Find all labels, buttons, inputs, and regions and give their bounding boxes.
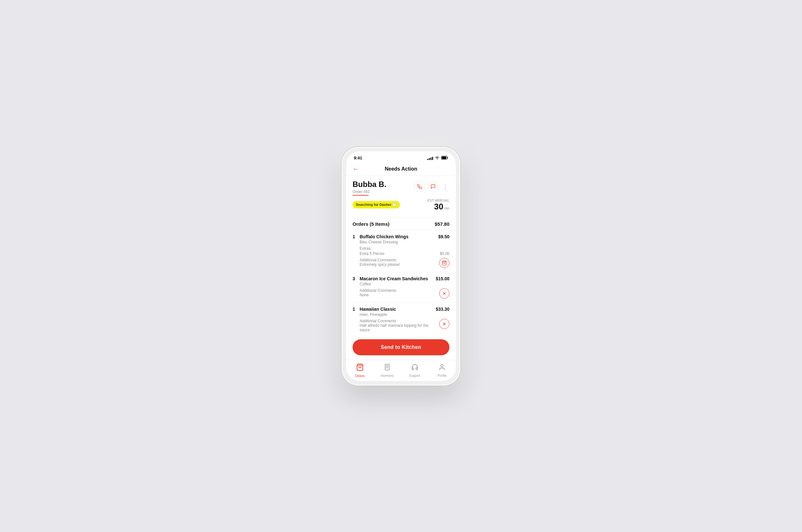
comments-label-3: Additional Comments: [360, 319, 436, 323]
alert-btn-2[interactable]: [439, 288, 449, 299]
item-main-row-3: 1 Hawaiian Classic $33.30: [353, 307, 449, 312]
alert-btn-1[interactable]: [439, 258, 449, 268]
nav-inventory[interactable]: Inventory: [374, 364, 401, 377]
order-info: Bubba B. Order #41: [346, 175, 456, 217]
est-arrival: EST ARRIVAL 30 min: [427, 199, 449, 211]
profile-icon: [439, 364, 446, 373]
item-sub-3: Ham, Pineapple: [360, 312, 449, 317]
svg-point-12: [441, 364, 443, 366]
wifi-icon: [435, 155, 440, 161]
page-title: Needs Action: [385, 166, 417, 172]
name-underline: [353, 195, 369, 196]
signal-icon: [427, 156, 433, 160]
customer-name: Bubba B.: [353, 180, 386, 189]
order-item-3: 1 Hawaiian Classic $33.30 Ham, Pineapple…: [353, 302, 449, 336]
extra-price-1: $5.00: [440, 251, 449, 256]
comments-value-3: Half alfredo half marinara topping for t…: [360, 323, 436, 332]
orders-icon: [356, 363, 364, 373]
status-bar: 9:41: [346, 151, 456, 163]
orders-section: Orders (5 Items) $57.80 1 Buffalo Chicke…: [346, 217, 456, 336]
comments-text-2: Additional Comments None: [360, 288, 436, 297]
item-name-1: Buffalo Chicken Wings: [360, 234, 408, 239]
phone-screen: 9:41: [346, 151, 456, 381]
item-qty-1: 1: [353, 234, 357, 239]
extra-name-1: Extra 5 Pieces: [360, 251, 384, 256]
item-main-row-2: 3 Macaron Ice Cream Sandwiches $15.00: [353, 276, 449, 281]
svg-rect-1: [442, 156, 446, 159]
comments-label-2: Additional Comments: [360, 288, 436, 293]
searching-label: Searching for Dasher 🕐: [356, 203, 397, 207]
more-options-button[interactable]: ⋮: [441, 183, 449, 190]
item-left-3: 1 Hawaiian Classic: [353, 307, 436, 312]
est-arrival-unit: min: [444, 207, 449, 210]
orders-label: Orders: [355, 374, 365, 378]
comments-text-1: Additional Comments Extremely spicy plea…: [360, 258, 436, 267]
call-button[interactable]: [414, 181, 425, 192]
alert-btn-3[interactable]: [439, 319, 449, 329]
support-icon: [411, 364, 418, 373]
inventory-icon: [384, 364, 391, 373]
inventory-label: Inventory: [381, 374, 394, 377]
item-name-3: Hawaiian Classic: [360, 307, 396, 312]
status-icons: [427, 155, 448, 161]
phone-frame: 9:41: [342, 147, 460, 385]
battery-icon: [441, 155, 448, 161]
item-price-2: $15.00: [436, 276, 449, 281]
order-item-2: 3 Macaron Ice Cream Sandwiches $15.00 Co…: [353, 272, 449, 302]
extras-section-1: Extras: Extra 5 Pieces $5.00: [360, 246, 449, 256]
item-main-row-1: 1 Buffalo Chicken Wings $9.50: [353, 234, 449, 239]
comments-row-1: Additional Comments Extremely spicy plea…: [360, 258, 449, 268]
nav-orders[interactable]: Orders: [346, 363, 374, 378]
item-sub-2: Coffee: [360, 282, 449, 286]
nav-profile[interactable]: Profile: [429, 364, 456, 377]
customer-row: Bubba B. Order #41: [353, 180, 449, 199]
extra-row-1: Extra 5 Pieces $5.00: [360, 251, 449, 256]
send-to-kitchen-button[interactable]: Send to Kitchen: [353, 339, 449, 355]
profile-label: Profile: [437, 374, 447, 377]
status-arrival-row: Searching for Dasher 🕐 EST ARRIVAL 30 mi…: [353, 199, 449, 211]
comments-row-3: Additional Comments Half alfredo half ma…: [360, 319, 449, 332]
orders-header: Orders (5 Items) $57.80: [353, 217, 449, 230]
orders-title: Orders (5 Items): [353, 221, 389, 227]
item-left-1: 1 Buffalo Chicken Wings: [353, 234, 438, 239]
est-arrival-value: 30: [434, 202, 443, 211]
item-sub-1: Bleu Cheese Dressing: [360, 240, 449, 244]
support-label: Support: [409, 374, 420, 377]
comments-row-2: Additional Comments None: [360, 288, 449, 299]
status-time: 9:41: [354, 155, 362, 160]
comments-value-1: Extremely spicy please!: [360, 262, 436, 267]
item-name-2: Macaron Ice Cream Sandwiches: [360, 276, 428, 281]
app-content: ← Needs Action Bubba B. Order #41: [346, 163, 456, 381]
home-indicator: [346, 380, 456, 381]
extras-label-1: Extras:: [360, 246, 449, 251]
order-item-1: 1 Buffalo Chicken Wings $9.50 Bleu Chees…: [353, 230, 449, 272]
orders-total: $57.80: [435, 221, 449, 227]
searching-badge: Searching for Dasher 🕐: [353, 201, 400, 208]
action-icons: ⋮: [414, 181, 449, 192]
nav-support[interactable]: Support: [401, 364, 429, 377]
message-button[interactable]: [428, 181, 439, 192]
page-header: ← Needs Action: [346, 163, 456, 175]
customer-info: Bubba B. Order #41: [353, 180, 386, 199]
item-price-1: $9.50: [438, 234, 449, 239]
item-price-3: $33.30: [436, 307, 449, 312]
order-number: Order #41: [353, 190, 386, 194]
item-qty-3: 1: [353, 307, 357, 312]
comments-text-3: Additional Comments Half alfredo half ma…: [360, 319, 436, 332]
comments-label-1: Additional Comments: [360, 258, 436, 262]
item-left-2: 3 Macaron Ice Cream Sandwiches: [353, 276, 436, 281]
back-button[interactable]: ←: [353, 165, 359, 172]
comments-value-2: None: [360, 293, 436, 297]
item-qty-2: 3: [353, 276, 357, 281]
bottom-nav: Orders Inventory: [346, 360, 456, 380]
